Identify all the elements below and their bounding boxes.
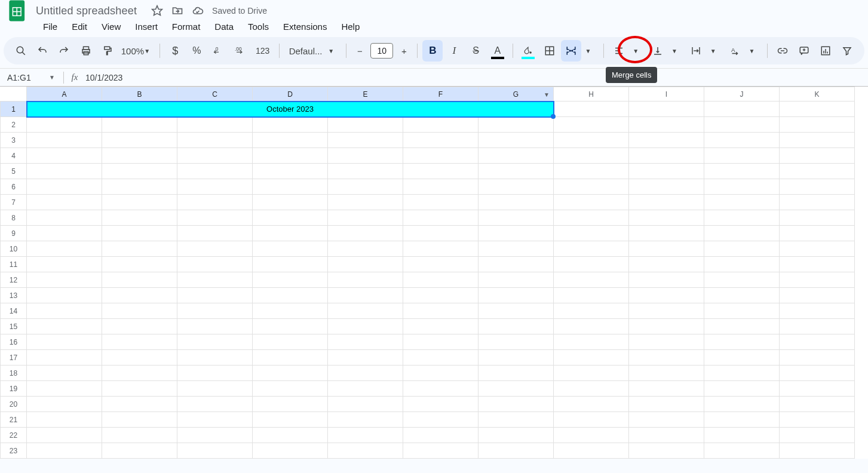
cell[interactable] <box>177 133 253 148</box>
cell[interactable] <box>328 241 403 257</box>
cell[interactable] <box>479 381 554 397</box>
cell[interactable] <box>253 319 328 334</box>
cell[interactable] <box>177 334 253 350</box>
cell[interactable] <box>554 350 629 366</box>
horizontal-align-button[interactable] <box>609 40 629 62</box>
cell[interactable] <box>479 303 554 319</box>
column-header-E[interactable]: E <box>328 87 403 102</box>
cell[interactable] <box>27 381 102 397</box>
cell[interactable] <box>479 148 554 164</box>
row-header-19[interactable]: 19 <box>1 381 27 397</box>
column-header-F[interactable]: F <box>403 87 479 102</box>
row-header-16[interactable]: 16 <box>1 334 27 350</box>
cell[interactable] <box>328 210 403 226</box>
document-title[interactable]: Untitled spreadsheet <box>36 5 137 17</box>
row-header-17[interactable]: 17 <box>1 350 27 366</box>
cell[interactable] <box>403 412 479 428</box>
cell[interactable] <box>177 241 253 257</box>
cell[interactable] <box>328 366 403 381</box>
cell[interactable] <box>27 117 102 133</box>
cell[interactable] <box>177 226 253 241</box>
cell[interactable] <box>102 117 177 133</box>
cell[interactable] <box>403 210 479 226</box>
cell[interactable] <box>102 164 177 179</box>
cell[interactable] <box>328 319 403 334</box>
cell[interactable] <box>629 412 704 428</box>
cell[interactable] <box>704 133 780 148</box>
cell[interactable] <box>479 412 554 428</box>
cell[interactable] <box>177 288 253 303</box>
cell[interactable] <box>253 257 328 272</box>
cell[interactable] <box>328 350 403 366</box>
valign-caret[interactable]: ▼ <box>669 40 685 62</box>
cell[interactable] <box>554 133 629 148</box>
cell[interactable] <box>704 319 780 334</box>
borders-button[interactable] <box>539 40 560 62</box>
column-menu-caret[interactable]: ▼ <box>544 91 550 97</box>
insert-link-button[interactable] <box>772 40 793 62</box>
cell[interactable] <box>253 179 328 195</box>
cell[interactable] <box>554 102 629 117</box>
cell[interactable] <box>704 241 780 257</box>
merge-cells-button[interactable] <box>561 40 581 62</box>
cell[interactable] <box>403 241 479 257</box>
cell[interactable] <box>102 443 177 459</box>
cell[interactable] <box>102 303 177 319</box>
cell[interactable] <box>253 133 328 148</box>
cell[interactable] <box>554 241 629 257</box>
cell[interactable] <box>629 210 704 226</box>
column-header-I[interactable]: I <box>629 87 704 102</box>
cell[interactable] <box>253 241 328 257</box>
cell[interactable] <box>102 397 177 412</box>
cell[interactable] <box>177 117 253 133</box>
menu-tools[interactable]: Tools <box>242 19 275 34</box>
cell[interactable] <box>629 381 704 397</box>
cell[interactable] <box>704 102 780 117</box>
cell[interactable] <box>27 303 102 319</box>
row-header-2[interactable]: 2 <box>1 117 27 133</box>
bold-button[interactable]: B <box>422 40 443 62</box>
cell[interactable] <box>479 133 554 148</box>
cell[interactable] <box>704 443 780 459</box>
cell[interactable] <box>780 117 855 133</box>
search-menu-icon[interactable] <box>11 40 31 62</box>
cell[interactable] <box>629 303 704 319</box>
column-header-A[interactable]: A <box>27 87 102 102</box>
cell[interactable] <box>102 257 177 272</box>
strikethrough-button[interactable]: S <box>466 40 486 62</box>
text-color-button[interactable]: A <box>487 40 508 62</box>
cell[interactable] <box>554 195 629 210</box>
cell[interactable] <box>479 272 554 288</box>
cell[interactable] <box>554 319 629 334</box>
cell[interactable] <box>328 117 403 133</box>
cell[interactable] <box>102 366 177 381</box>
cell[interactable] <box>554 226 629 241</box>
row-header-15[interactable]: 15 <box>1 319 27 334</box>
column-header-D[interactable]: D <box>253 87 328 102</box>
cell[interactable] <box>479 226 554 241</box>
cell[interactable] <box>102 272 177 288</box>
cell[interactable] <box>780 319 855 334</box>
formula-value[interactable]: 10/1/2023 <box>82 73 122 82</box>
cell[interactable] <box>403 148 479 164</box>
cell[interactable] <box>27 272 102 288</box>
cell[interactable] <box>177 210 253 226</box>
cell[interactable] <box>780 179 855 195</box>
row-header-20[interactable]: 20 <box>1 397 27 412</box>
menu-format[interactable]: Format <box>166 19 207 34</box>
redo-icon[interactable] <box>54 40 74 62</box>
cell[interactable] <box>479 288 554 303</box>
cell[interactable] <box>253 443 328 459</box>
cell[interactable] <box>27 366 102 381</box>
name-box[interactable]: A1:G1 ▼ <box>0 73 60 82</box>
cell[interactable] <box>328 195 403 210</box>
cell[interactable] <box>704 288 780 303</box>
cell[interactable] <box>403 350 479 366</box>
cell[interactable] <box>27 226 102 241</box>
cell[interactable] <box>177 272 253 288</box>
cell[interactable] <box>629 241 704 257</box>
cell[interactable] <box>704 117 780 133</box>
cell[interactable] <box>554 412 629 428</box>
cell[interactable] <box>27 288 102 303</box>
cell[interactable] <box>704 179 780 195</box>
